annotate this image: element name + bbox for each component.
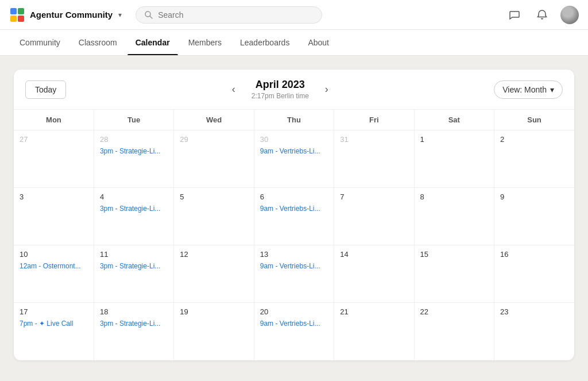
- table-row[interactable]: 15: [414, 245, 494, 303]
- day-number: 4: [100, 193, 168, 201]
- table-row[interactable]: 177pm - ✦ Live Call: [14, 303, 94, 360]
- calendar-header-row: Mon Tue Wed Thu Fri Sat Sun: [14, 110, 574, 130]
- table-row[interactable]: 113pm - Strategie-Li...: [94, 245, 173, 303]
- calendar-container: Today ‹ April 2023 2:17pm Berlin time › …: [0, 56, 588, 374]
- calendar-event[interactable]: 9am - Vertriebs-Li...: [260, 205, 328, 213]
- day-number: 29: [180, 135, 247, 144]
- table-row[interactable]: 27: [14, 130, 94, 188]
- calendar-event[interactable]: 7pm - ✦ Live Call: [20, 320, 88, 328]
- tab-leaderboards[interactable]: Leaderboards: [232, 30, 297, 55]
- view-chevron-icon: ▾: [550, 85, 554, 94]
- calendar-week-row: 1012am - Ostermont...113pm - Strategie-L…: [14, 245, 574, 303]
- day-number: 22: [420, 307, 488, 316]
- calendar-month-year: April 2023: [252, 79, 309, 91]
- table-row[interactable]: 5: [174, 188, 254, 245]
- day-number: 12: [180, 250, 247, 259]
- table-row[interactable]: 2: [494, 130, 574, 188]
- table-row[interactable]: 14: [334, 245, 414, 303]
- notifications-button[interactable]: [533, 6, 551, 24]
- day-number: 9: [500, 193, 568, 201]
- calendar-event[interactable]: 3pm - Strategie-Li...: [100, 262, 168, 270]
- tab-calendar[interactable]: Calendar: [127, 30, 178, 55]
- calendar-header: Today ‹ April 2023 2:17pm Berlin time › …: [14, 70, 574, 110]
- tab-community[interactable]: Community: [11, 30, 68, 55]
- brand-name: Agentur Community: [30, 10, 113, 20]
- avatar[interactable]: [560, 6, 579, 24]
- calendar-event[interactable]: 3pm - Strategie-Li...: [100, 320, 168, 328]
- table-row[interactable]: 43pm - Strategie-Li...: [94, 188, 173, 245]
- day-number: 5: [180, 193, 247, 201]
- table-row[interactable]: 3: [14, 188, 94, 245]
- col-mon: Mon: [14, 110, 94, 130]
- today-button[interactable]: Today: [25, 80, 66, 99]
- table-row[interactable]: 31: [334, 130, 414, 188]
- table-row[interactable]: 9: [494, 188, 574, 245]
- col-fri: Fri: [334, 110, 414, 130]
- day-number: 30: [260, 135, 328, 144]
- day-number: 18: [100, 307, 168, 316]
- calendar-event[interactable]: 9am - Vertriebs-Li...: [260, 262, 328, 270]
- table-row[interactable]: 23: [494, 303, 574, 360]
- table-row[interactable]: 19: [174, 303, 254, 360]
- calendar-event[interactable]: 9am - Vertriebs-Li...: [260, 147, 328, 155]
- col-tue: Tue: [94, 110, 173, 130]
- day-number: 23: [500, 307, 568, 316]
- day-number: 27: [20, 135, 88, 144]
- calendar-event[interactable]: 9am - Vertriebs-Li...: [260, 320, 328, 328]
- day-number: 7: [340, 193, 408, 201]
- day-number: 21: [340, 307, 408, 316]
- col-wed: Wed: [174, 110, 254, 130]
- day-number: 14: [340, 250, 408, 259]
- table-row[interactable]: 183pm - Strategie-Li...: [94, 303, 173, 360]
- tab-about[interactable]: About: [300, 30, 337, 55]
- prev-month-button[interactable]: ‹: [227, 81, 240, 98]
- table-row[interactable]: 139am - Vertriebs-Li...: [254, 245, 334, 303]
- table-row[interactable]: 29: [174, 130, 254, 188]
- calendar-week-row: 27283pm - Strategie-Li...29309am - Vertr…: [14, 130, 574, 188]
- calendar-event[interactable]: 3pm - Strategie-Li...: [100, 147, 168, 155]
- table-row[interactable]: 1012am - Ostermont...: [14, 245, 94, 303]
- brand[interactable]: Agentur Community ▾: [9, 7, 122, 23]
- tab-members[interactable]: Members: [180, 30, 230, 55]
- table-row[interactable]: 209am - Vertriebs-Li...: [254, 303, 334, 360]
- table-row[interactable]: 21: [334, 303, 414, 360]
- col-thu: Thu: [254, 110, 334, 130]
- table-row[interactable]: 8: [414, 188, 494, 245]
- svg-line-5: [150, 16, 152, 18]
- search-bar[interactable]: [136, 6, 322, 24]
- search-icon: [144, 10, 153, 20]
- tab-classroom[interactable]: Classroom: [71, 30, 125, 55]
- calendar-title-group: April 2023 2:17pm Berlin time: [252, 79, 309, 100]
- day-number: 28: [100, 135, 168, 144]
- calendar-event[interactable]: 12am - Ostermont...: [20, 262, 88, 270]
- table-row[interactable]: 12: [174, 245, 254, 303]
- calendar-event[interactable]: 3pm - Strategie-Li...: [100, 205, 168, 213]
- day-number: 11: [100, 250, 168, 259]
- day-number: 19: [180, 307, 247, 316]
- table-row[interactable]: 22: [414, 303, 494, 360]
- calendar-subtitle: 2:17pm Berlin time: [252, 92, 309, 100]
- svg-rect-1: [18, 8, 24, 14]
- day-number: 2: [500, 135, 568, 144]
- table-row[interactable]: 7: [334, 188, 414, 245]
- messages-button[interactable]: [505, 6, 524, 24]
- search-input[interactable]: [158, 10, 314, 20]
- view-selector-button[interactable]: View: Month ▾: [494, 80, 563, 99]
- messages-icon: [509, 9, 520, 21]
- table-row[interactable]: 309am - Vertriebs-Li...: [254, 130, 334, 188]
- table-row[interactable]: 69am - Vertriebs-Li...: [254, 188, 334, 245]
- next-month-button[interactable]: ›: [320, 81, 333, 98]
- table-row[interactable]: 16: [494, 245, 574, 303]
- day-number: 17: [20, 307, 88, 316]
- table-row[interactable]: 1: [414, 130, 494, 188]
- svg-rect-0: [10, 8, 17, 14]
- table-row[interactable]: 283pm - Strategie-Li...: [94, 130, 173, 188]
- day-number: 13: [260, 250, 328, 259]
- day-number: 3: [20, 193, 88, 201]
- col-sat: Sat: [414, 110, 494, 130]
- day-number: 20: [260, 307, 328, 316]
- topbar-icons: [505, 6, 579, 24]
- brand-chevron-icon: ▾: [118, 11, 122, 19]
- day-number: 8: [420, 193, 488, 201]
- calendar-grid: Mon Tue Wed Thu Fri Sat Sun 27283pm - St…: [14, 110, 574, 360]
